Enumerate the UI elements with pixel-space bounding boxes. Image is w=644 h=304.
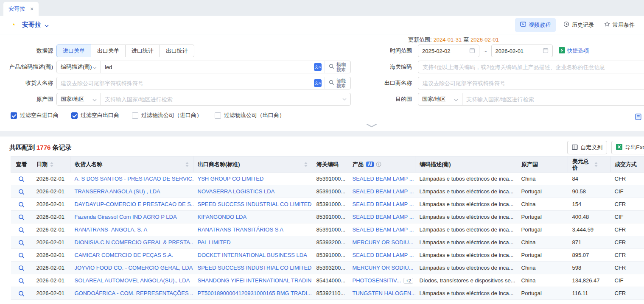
view-detail-button[interactable] — [18, 290, 25, 297]
start-date-value: 2025-02-02 — [422, 48, 451, 54]
table-row[interactable]: 2026-02-01 A. S DOS SANTOS - PRESTACAO D… — [11, 173, 644, 185]
start-date-input[interactable]: 2025-02-02 — [418, 45, 479, 57]
close-icon[interactable]: × — [30, 6, 34, 12]
view-detail-button[interactable] — [18, 227, 25, 233]
exporter-link[interactable]: NOVASERRA LOGISTICS LDA — [198, 188, 275, 195]
table-row[interactable]: 2026-02-01 Fazenda Girassol Com IND AGRO… — [11, 211, 644, 223]
hs-code-input[interactable] — [418, 61, 644, 73]
product-more-badge[interactable]: +2 — [403, 278, 413, 284]
exporter-link[interactable]: RANATRANS TRANSITÁRIOS S A — [198, 226, 284, 233]
translate-icon[interactable]: 文A — [314, 79, 322, 87]
table-row[interactable]: 2026-02-01 JOYVIO FOOD CO. - COMERCIO GE… — [11, 262, 644, 274]
table-row[interactable]: 2026-02-01 RANATRANS- ANGOLA, S. A RANAT… — [11, 223, 644, 236]
quick-options-link[interactable]: 快捷选项 — [559, 47, 589, 55]
cell-origin-country: China — [517, 274, 568, 287]
product-field-select[interactable]: 编码描述(葡) — [57, 61, 101, 73]
sort-icon[interactable] — [185, 162, 189, 167]
collapse-panel-button[interactable] — [0, 123, 644, 131]
view-detail-button[interactable] — [18, 201, 25, 208]
sort-icon[interactable] — [594, 162, 598, 167]
exporter-link[interactable]: YSH GROUP CO LIMITED — [198, 176, 264, 182]
view-detail-button[interactable] — [18, 252, 25, 259]
country-selector[interactable]: ★ 安哥拉 — [9, 21, 49, 29]
saved-conditions-icon[interactable] — [635, 113, 642, 122]
view-detail-button[interactable] — [18, 189, 25, 195]
consignee-input[interactable] — [57, 77, 314, 89]
destination-type-select[interactable]: 国家/地区 — [418, 93, 462, 105]
view-detail-button[interactable] — [18, 214, 25, 220]
product-link[interactable]: SEALED BEAM LAMP ... — [353, 252, 414, 258]
cell-description: Díodos, transístores e dispositivos se..… — [415, 274, 517, 287]
origin-type-select[interactable]: 国家/地区 — [57, 93, 101, 105]
product-link[interactable]: SEALED BEAM LAMP ... — [353, 201, 414, 207]
table-row[interactable]: 2026-02-01 DAYDAYUP-COMERCIO E PRESTACAO… — [11, 198, 644, 211]
sort-icon[interactable] — [50, 162, 53, 167]
fuzzy-search-button[interactable]: 模糊搜索 — [325, 61, 350, 73]
video-tutorial-button[interactable]: 视频教程 — [515, 18, 556, 32]
checkbox-icon — [71, 112, 78, 119]
exporter-link[interactable]: SPEED SUCCESS INDUSTRIAL CO LIMITED — [198, 265, 312, 271]
view-detail-button[interactable] — [18, 265, 25, 271]
end-date-input[interactable]: 2026-02-01 — [491, 45, 553, 57]
consignee-link[interactable]: SOLAREAL AUTOMOVEL ANGOLA(SU)., LDA — [75, 277, 190, 284]
filter-blank-importer-checkbox[interactable]: 过滤空白进口商 — [11, 112, 59, 119]
product-link[interactable]: TUNGSTEN HALOGEN... — [353, 290, 415, 296]
app-header: ★ 安哥拉 视频教程 历史记录 常用条件 — [0, 16, 644, 34]
exporter-link[interactable]: DOCKET INTERNATIONAL BUSINESS LDA — [198, 252, 307, 258]
product-link[interactable]: SEALED BEAM LAMP ... — [353, 176, 414, 182]
table-row[interactable]: 2026-02-01 CAMICAR COMERCIO DE PEÇAS S.A… — [11, 249, 644, 262]
product-link[interactable]: MERCURY OR SODIU... — [353, 265, 414, 271]
product-link[interactable]: MERCURY OR SODIU... — [353, 239, 414, 245]
product-link[interactable]: SEALED BEAM LAMP ... — [353, 214, 414, 220]
table-row[interactable]: 2026-02-01 GONDOÁFRICA - COM. REPRESENTA… — [11, 287, 644, 300]
consignee-link[interactable]: JOYVIO FOOD CO. - COMERCIO GERAL, LDA — [75, 265, 193, 271]
tab-angola[interactable]: 安哥拉 × — [3, 2, 39, 16]
destination-country-input[interactable] — [462, 93, 644, 105]
export-excel-button[interactable]: 导出Exc — [611, 141, 644, 154]
product-link[interactable]: SEALED BEAM LAMP ... — [353, 188, 414, 195]
exporter-link[interactable]: SHANDONG YIFEI INTERNATIONAL TRADIN... — [198, 277, 312, 284]
consignee-link[interactable]: GONDOÁFRICA - COM. REPRESENTAÇÕES ... — [75, 290, 193, 296]
cell-incoterm: CFR — [610, 236, 644, 249]
history-button[interactable]: 历史记录 — [561, 18, 596, 32]
table-row[interactable]: 2026-02-01 TRANSERRA ANGOLA (SU) , LDA N… — [11, 185, 644, 198]
consignee-link[interactable]: Fazenda Girassol Com IND AGRO P LDA — [75, 214, 177, 220]
checkbox-icon — [215, 112, 221, 119]
filter-logistics-importer-checkbox[interactable]: 过滤物流公司（进口商） — [132, 112, 202, 119]
tab-export-statistics[interactable]: 出口统计 — [160, 45, 194, 57]
consignee-link[interactable]: DIONISIA.C.N COMERCIO GERAL & PRESTA... — [75, 239, 193, 245]
tab-export-declarations[interactable]: 出口关单 — [91, 45, 126, 57]
origin-country-input[interactable] — [101, 93, 342, 105]
exporter-link[interactable]: PT50018900004120931000165 BMG TRADI... — [198, 290, 312, 296]
consignee-link[interactable]: DAYDAYUP-COMERCIO E PRESTACAO DE S... — [75, 201, 193, 207]
view-detail-button[interactable] — [18, 176, 25, 182]
favorite-conditions-button[interactable]: 常用条件 — [602, 18, 637, 32]
consignee-link[interactable]: TRANSERRA ANGOLA (SU) , LDA — [75, 188, 160, 195]
exporter-link[interactable]: KIFANGONDO LDA — [198, 214, 247, 220]
consignee-link[interactable]: A. S DOS SANTOS - PRESTACAO DE SERVIC... — [75, 176, 193, 182]
exporter-link[interactable]: SPEED SUCCESS INDUSTRIAL CO LIMITED — [198, 201, 312, 207]
consignee-link[interactable]: CAMICAR COMERCIO DE PEÇAS S.A. — [75, 252, 174, 258]
exporter-input[interactable] — [418, 77, 644, 89]
smart-search-button[interactable]: 智能搜索 — [325, 77, 350, 89]
filter-blank-exporter-checkbox[interactable]: 过滤空白出口商 — [71, 112, 119, 119]
exporter-link[interactable]: PAL LIMITED — [198, 239, 231, 245]
customize-columns-button[interactable]: 自定义列 — [567, 141, 607, 154]
table-row[interactable]: 2026-02-01 DIONISIA.C.N COMERCIO GERAL &… — [11, 236, 644, 249]
calendar-icon — [469, 47, 475, 55]
consignee-search-group: 文A 智能搜索 — [56, 77, 351, 89]
excel-icon — [616, 144, 622, 151]
tab-import-declarations[interactable]: 进口关单 — [56, 45, 91, 57]
tab-import-statistics[interactable]: 进口统计 — [125, 45, 160, 57]
sort-icon[interactable] — [304, 162, 308, 167]
filter-logistics-exporter-checkbox[interactable]: 过滤物流公司（出口商） — [215, 112, 285, 119]
product-keyword-input[interactable] — [101, 61, 314, 73]
table-row[interactable]: 2026-02-01 SOLAREAL AUTOMOVEL ANGOLA(SU)… — [11, 274, 644, 287]
translate-icon[interactable]: 文A — [314, 63, 322, 71]
info-icon[interactable] — [376, 162, 381, 167]
view-detail-button[interactable] — [18, 278, 25, 284]
consignee-link[interactable]: RANATRANS- ANGOLA, S. A — [75, 226, 148, 233]
product-link[interactable]: SEALED BEAM LAMP ... — [353, 226, 414, 233]
view-detail-button[interactable] — [18, 240, 25, 246]
product-link[interactable]: PHOTOSENSITIV... — [353, 277, 401, 284]
